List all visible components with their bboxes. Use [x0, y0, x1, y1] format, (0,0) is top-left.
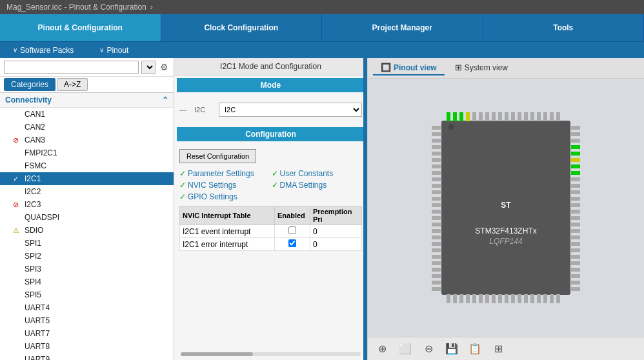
chip-svg: ST STM32F413ZHTx LQFP144 — [406, 98, 606, 317]
svg-rect-27 — [498, 294, 502, 303]
sidebar-item-uart7[interactable]: UART7 — [0, 327, 174, 340]
sidebar-item-can1[interactable]: CAN1 — [0, 108, 174, 121]
config-tab-gpio-settings[interactable]: ✓GPIO Settings — [179, 192, 270, 202]
sidebar-item-can3[interactable]: ⊘CAN3 — [0, 134, 174, 146]
pinout-nav[interactable]: ∨ Pinout — [86, 45, 141, 56]
sidebar-item-label: I2C3 — [25, 200, 41, 209]
svg-rect-55 — [432, 242, 441, 246]
sidebar-item-i2c1[interactable]: ✓I2C1 — [0, 172, 174, 185]
sidebar-item-fsmc[interactable]: FSMC — [0, 159, 174, 172]
sidebar-item-can2[interactable]: CAN2 — [0, 121, 174, 134]
sidebar-item-i2c2[interactable]: I2C2 — [0, 185, 174, 198]
sidebar-item-fmpi2c1[interactable]: FMPI2C1 — [0, 146, 174, 159]
sidebar-item-label: SPI2 — [25, 252, 41, 261]
config-section-bar: Configuration — [177, 127, 365, 141]
svg-rect-28 — [505, 294, 508, 303]
svg-rect-50 — [432, 210, 441, 214]
save-button[interactable]: 💾 — [443, 340, 461, 358]
tab-pinout-view[interactable]: 🔲 Pinout view — [373, 61, 445, 75]
nvic-row-name: I2C1 event interrupt — [180, 225, 275, 238]
sidebar-item-label: UART7 — [25, 329, 50, 338]
tab-clock-config[interactable]: Clock Configuration — [161, 14, 323, 41]
frame-button[interactable]: ⬜ — [396, 340, 414, 358]
svg-rect-40 — [432, 145, 441, 149]
svg-rect-18 — [556, 112, 560, 121]
sidebar-item-label: SPI3 — [25, 265, 41, 274]
title-arrow: › — [150, 3, 153, 12]
nvic-col-enabled: Enabled — [275, 206, 310, 225]
sidebar-item-uart9[interactable]: UART9 — [0, 353, 174, 360]
config-tab-user-constants[interactable]: ✓User Constants — [272, 168, 363, 179]
sidebar-item-label: FMPI2C1 — [25, 148, 57, 157]
no-entry-icon: ⊘ — [13, 201, 22, 209]
svg-rect-17 — [550, 112, 554, 121]
svg-rect-59 — [432, 268, 441, 272]
sidebar-item-sdio[interactable]: ⚠SDIO — [0, 224, 174, 237]
svg-rect-13 — [524, 112, 528, 121]
nvic-checkbox-1[interactable] — [288, 239, 296, 247]
sidebar-item-spi3[interactable]: SPI3 — [0, 263, 174, 275]
collapse-icon[interactable]: ⌃ — [162, 95, 168, 105]
reset-config-button[interactable]: Reset Configuration — [179, 149, 256, 163]
chevron-down-icon-2: ∨ — [99, 46, 104, 54]
tab-a-z[interactable]: A->Z — [57, 78, 88, 91]
zoom-in-button[interactable]: ⊕ — [373, 340, 391, 358]
svg-rect-23 — [472, 294, 476, 303]
sidebar: ⚙ Categories A->Z Connectivity ⌃ CAN1CAN… — [0, 58, 174, 360]
svg-rect-72 — [571, 184, 580, 188]
sidebar-item-uart4[interactable]: UART4 — [0, 301, 174, 314]
sidebar-item-spi4[interactable]: SPI4 — [0, 275, 174, 288]
tab-system-view[interactable]: ⊞ System view — [447, 61, 516, 75]
svg-rect-61 — [432, 281, 441, 285]
chevron-down-icon: ∨ — [13, 46, 17, 54]
scroll-indicator — [181, 352, 361, 356]
config-tab-parameter-settings[interactable]: ✓Parameter Settings — [179, 168, 270, 179]
tab-tools[interactable]: Tools — [483, 14, 645, 41]
sidebar-item-spi5[interactable]: SPI5 — [0, 288, 174, 301]
svg-rect-8 — [492, 112, 496, 121]
svg-rect-51 — [432, 216, 441, 220]
svg-rect-49 — [432, 203, 441, 207]
tab-pinout-config[interactable]: Pinout & Configuration — [0, 14, 161, 41]
nvic-col-preemption: Preemption Pri — [310, 206, 362, 225]
check-circle-icon: ✓ — [272, 181, 278, 190]
sidebar-item-spi1[interactable]: SPI1 — [0, 237, 174, 250]
sidebar-item-spi2[interactable]: SPI2 — [0, 250, 174, 263]
gear-button[interactable]: ⚙ — [158, 61, 170, 73]
copy-button[interactable]: 📋 — [466, 340, 484, 358]
sidebar-item-label: I2C1 — [25, 174, 41, 183]
sidebar-list: CAN1CAN2⊘CAN3FMPI2C1FSMC✓I2C1I2C2⊘I2C3QU… — [0, 108, 174, 360]
sidebar-item-uart5[interactable]: UART5 — [0, 314, 174, 327]
sidebar-item-i2c3[interactable]: ⊘I2C3 — [0, 198, 174, 211]
config-tab-label: Parameter Settings — [188, 169, 254, 178]
tab-categories[interactable]: Categories — [4, 78, 55, 91]
sidebar-item-quadspi[interactable]: QUADSPI — [0, 211, 174, 224]
sidebar-tabs: Categories A->Z — [0, 77, 174, 93]
zoom-out-button[interactable]: ⊖ — [419, 340, 438, 358]
svg-rect-75 — [571, 203, 580, 207]
svg-rect-71 — [571, 177, 580, 181]
nvic-checkbox-0[interactable] — [288, 226, 296, 234]
svg-rect-31 — [524, 294, 528, 303]
svg-rect-97 — [466, 112, 470, 121]
software-packs-nav[interactable]: ∨ Software Packs — [0, 45, 86, 56]
category-header: Connectivity ⌃ — [0, 93, 174, 108]
search-dropdown[interactable] — [141, 61, 156, 74]
mode-row: — I2C I2C SMBus Alert Disabled — [179, 103, 362, 117]
sidebar-item-label: UART9 — [25, 355, 50, 360]
layout-button[interactable]: ⊞ — [489, 340, 507, 358]
config-tab-dma-settings[interactable]: ✓DMA Settings — [272, 180, 363, 190]
svg-rect-5 — [472, 112, 476, 121]
svg-rect-10 — [505, 112, 508, 121]
sidebar-item-uart8[interactable]: UART8 — [0, 340, 174, 353]
svg-rect-86 — [571, 274, 580, 278]
sidebar-item-label: CAN3 — [25, 135, 45, 145]
mode-select[interactable]: I2C SMBus Alert Disabled — [219, 103, 362, 117]
config-tab-nvic-settings[interactable]: ✓NVIC Settings — [179, 180, 270, 190]
svg-rect-76 — [571, 210, 580, 214]
sidebar-scrollbar[interactable] — [363, 58, 367, 360]
tab-project-manager[interactable]: Project Manager — [322, 14, 483, 41]
search-input[interactable] — [4, 61, 139, 74]
mode-label: I2C — [194, 106, 214, 114]
secondary-nav: ∨ Software Packs ∨ Pinout — [0, 41, 644, 58]
